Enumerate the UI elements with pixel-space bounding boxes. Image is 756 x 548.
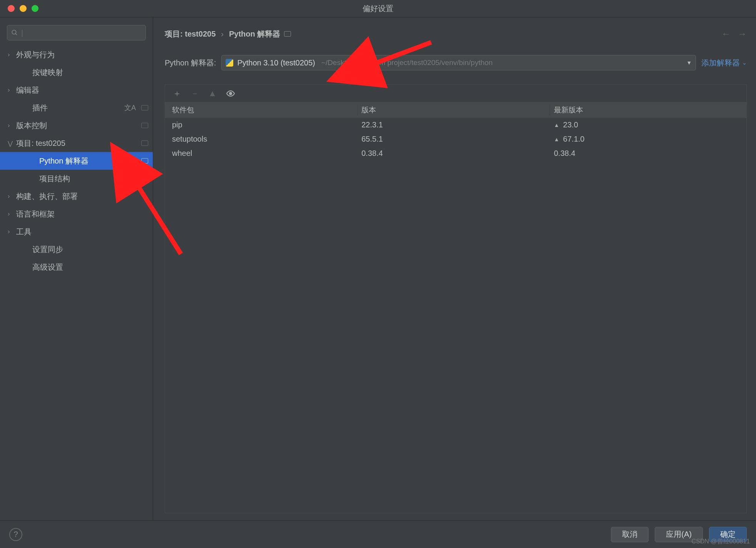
window-title: 偏好设置: [363, 3, 393, 14]
project-scope-icon: [141, 140, 148, 146]
dialog-footer: ? 取消 应用(A) 确定: [0, 520, 756, 548]
close-window-button[interactable]: [8, 5, 15, 12]
sidebar-item-4[interactable]: ›版本控制: [0, 117, 153, 134]
project-scope-icon: [141, 176, 148, 181]
python-icon: [226, 59, 233, 67]
chevron-down-icon: ⌄: [742, 60, 747, 66]
sidebar-item-5[interactable]: ⋁项目: test0205: [0, 134, 153, 152]
header-name[interactable]: 软件包: [165, 105, 358, 115]
search-input[interactable]: |: [7, 25, 146, 40]
settings-sidebar: | ›外观与行为按键映射›编辑器插件文A›版本控制⋁项目: test0205Py…: [0, 17, 153, 520]
nav-back-button[interactable]: ←: [721, 28, 731, 39]
search-icon: [11, 29, 18, 36]
sidebar-item-label: 按键映射: [32, 67, 148, 78]
add-interpreter-button[interactable]: 添加解释器 ⌄: [701, 58, 747, 68]
package-latest: ▲67.1.0: [550, 135, 746, 144]
interpreter-path: ~/Desktop/Pycharm project/test0205/venv/…: [321, 58, 493, 67]
sidebar-item-label: 编辑器: [16, 85, 148, 95]
sidebar-item-label: 外观与行为: [16, 50, 148, 60]
search-caret: |: [21, 28, 23, 37]
interpreter-dropdown[interactable]: Python 3.10 (test0205) ~/Desktop/Pycharm…: [221, 55, 696, 70]
svg-point-0: [12, 30, 16, 34]
packages-panel: ＋ － ▲ 软件包 版本 最新版本 pip22.3.1▲23.0setuptoo…: [165, 84, 747, 513]
sidebar-item-label: 构建、执行、部署: [16, 191, 148, 202]
help-button[interactable]: ?: [9, 528, 22, 541]
sidebar-item-label: 高级设置: [32, 262, 148, 272]
packages-header: 软件包 版本 最新版本: [165, 102, 746, 118]
sidebar-item-10[interactable]: ›工具: [0, 223, 153, 241]
project-scope-icon: [284, 31, 291, 37]
sidebar-item-label: 工具: [16, 227, 148, 237]
packages-rows: pip22.3.1▲23.0setuptools65.5.1▲67.1.0whe…: [165, 118, 746, 513]
package-name: pip: [165, 120, 358, 129]
settings-main: 项目: test0205 › Python 解释器 ← → Python 解释器…: [153, 17, 756, 520]
add-interpreter-label: 添加解释器: [701, 58, 740, 68]
interpreter-name: Python 3.10 (test0205): [237, 58, 315, 67]
breadcrumb-root[interactable]: 项目: test0205: [165, 29, 216, 39]
sidebar-item-9[interactable]: ›语言和框架: [0, 205, 153, 223]
sidebar-item-label: 项目结构: [39, 174, 139, 184]
sidebar-item-label: 版本控制: [16, 120, 139, 131]
breadcrumb-leaf: Python 解释器: [229, 29, 280, 39]
header-version[interactable]: 版本: [358, 105, 550, 115]
breadcrumb: 项目: test0205 › Python 解释器 ← →: [165, 24, 747, 43]
sidebar-item-1[interactable]: 按键映射: [0, 63, 153, 81]
remove-package-button[interactable]: －: [191, 88, 199, 99]
window-controls: [0, 5, 38, 12]
breadcrumb-separator: ›: [221, 30, 224, 38]
minimize-window-button[interactable]: [20, 5, 27, 12]
sidebar-item-2[interactable]: ›编辑器: [0, 81, 153, 99]
package-row[interactable]: setuptools65.5.1▲67.1.0: [165, 132, 746, 146]
upgrade-available-icon: ▲: [554, 136, 559, 142]
package-name: setuptools: [165, 135, 358, 144]
settings-tree: ›外观与行为按键映射›编辑器插件文A›版本控制⋁项目: test0205Pyth…: [0, 44, 153, 276]
sidebar-item-12[interactable]: 高级设置: [0, 258, 153, 276]
package-name: wheel: [165, 149, 358, 158]
sidebar-item-0[interactable]: ›外观与行为: [0, 46, 153, 63]
sidebar-item-label: 设置同步: [32, 244, 148, 255]
maximize-window-button[interactable]: [32, 5, 38, 12]
chevron-right-icon: ›: [8, 87, 16, 94]
show-early-releases-button[interactable]: [226, 89, 235, 98]
watermark: CSDN @曾经000811: [692, 538, 750, 546]
title-bar: 偏好设置: [0, 0, 756, 17]
project-scope-icon: [141, 158, 148, 164]
chevron-right-icon: ›: [8, 193, 16, 200]
sidebar-item-label: Python 解释器: [39, 156, 139, 166]
chevron-right-icon: ›: [8, 122, 16, 129]
sidebar-item-label: 插件: [32, 103, 124, 113]
nav-forward-button[interactable]: →: [738, 28, 747, 39]
svg-line-1: [15, 33, 17, 35]
chevron-down-icon: ▼: [686, 60, 692, 66]
sidebar-item-11[interactable]: 设置同步: [0, 241, 153, 258]
chevron-down-icon: ⋁: [8, 140, 16, 147]
svg-point-2: [229, 92, 232, 95]
sidebar-item-label: 语言和框架: [16, 209, 148, 219]
upgrade-package-button[interactable]: ▲: [208, 89, 217, 99]
cancel-button[interactable]: 取消: [611, 527, 649, 542]
chevron-right-icon: ›: [8, 228, 16, 235]
package-latest: ▲23.0: [550, 120, 746, 129]
package-row[interactable]: wheel0.38.40.38.4: [165, 146, 746, 160]
package-version: 22.3.1: [358, 120, 550, 129]
add-package-button[interactable]: ＋: [173, 88, 181, 99]
sidebar-item-7[interactable]: 项目结构: [0, 170, 153, 187]
sidebar-item-8[interactable]: ›构建、执行、部署: [0, 187, 153, 205]
chevron-right-icon: ›: [8, 211, 16, 217]
sidebar-item-label: 项目: test0205: [16, 138, 139, 149]
package-row[interactable]: pip22.3.1▲23.0: [165, 118, 746, 132]
sidebar-item-3[interactable]: 插件文A: [0, 99, 153, 117]
interpreter-label: Python 解释器:: [165, 58, 216, 68]
package-version: 65.5.1: [358, 135, 550, 144]
header-latest[interactable]: 最新版本: [550, 105, 746, 115]
package-version: 0.38.4: [358, 149, 550, 158]
project-scope-icon: [141, 123, 148, 128]
sidebar-item-6[interactable]: Python 解释器: [0, 152, 153, 170]
packages-toolbar: ＋ － ▲: [165, 85, 746, 102]
upgrade-available-icon: ▲: [554, 122, 559, 128]
package-latest: 0.38.4: [550, 149, 746, 158]
chevron-right-icon: ›: [8, 51, 16, 58]
translate-icon: 文A: [124, 103, 136, 112]
project-scope-icon: [141, 105, 148, 110]
